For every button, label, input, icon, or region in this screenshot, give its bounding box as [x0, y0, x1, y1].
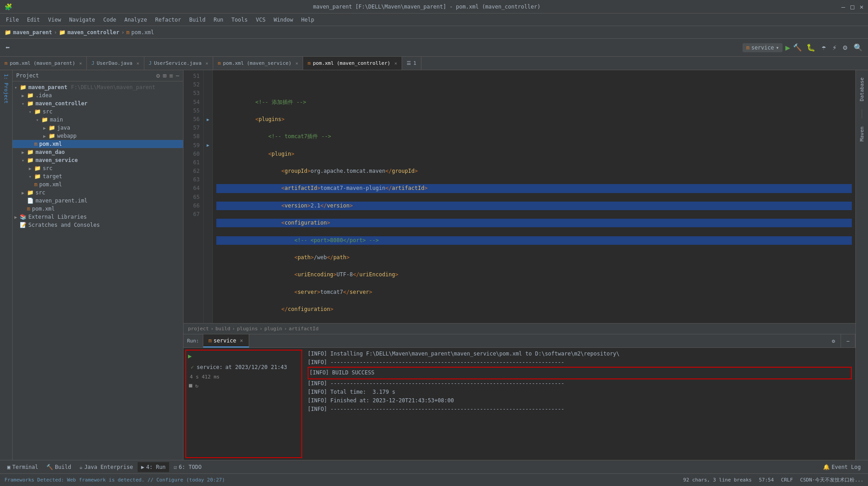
bottom-tab-settings[interactable]: ⚙: [827, 334, 841, 347]
line-59: <configuration>: [216, 219, 852, 227]
bottom-toolbar: ▣ Terminal 🔨 Build ☕ Java Enterprise ▶ 4…: [0, 460, 868, 473]
tree-icon-external-libs: 📚: [20, 214, 27, 220]
tab-close-pom-controller[interactable]: ✕: [394, 61, 397, 66]
breadcrumb-project-nav[interactable]: project: [188, 326, 209, 332]
tree-item-external-libs[interactable]: ▶ 📚 External Libraries: [13, 213, 183, 221]
menu-analyze[interactable]: Analyze: [121, 15, 151, 24]
tree-item-target[interactable]: ▾ 📁 target: [13, 172, 183, 180]
tree-item-idea[interactable]: ▶ 📁 .idea: [13, 91, 183, 99]
breadcrumb-plugins-nav[interactable]: plugins: [237, 326, 258, 332]
run-button[interactable]: ▶: [785, 43, 790, 52]
close-button[interactable]: ✕: [860, 3, 864, 10]
menu-vcs[interactable]: VCS: [252, 15, 269, 24]
minimize-button[interactable]: —: [841, 3, 845, 10]
sidebar-settings-icon[interactable]: ≡: [169, 72, 173, 79]
breadcrumb-sep-1: ›: [54, 29, 57, 36]
breadcrumb-file[interactable]: pom.xml: [131, 29, 154, 36]
search-button[interactable]: 🔍: [852, 41, 864, 54]
tree-item-controller[interactable]: ▾ 📁 maven_controller: [13, 99, 183, 108]
menu-help[interactable]: Help: [298, 15, 318, 24]
tab-userdao[interactable]: J UserDao.java ✕: [87, 57, 144, 70]
tree-label-controller: maven_controller: [36, 100, 88, 107]
settings-button[interactable]: ⚙: [841, 41, 849, 54]
gutter-fold-55[interactable]: ▶: [205, 115, 211, 124]
tree-item-src-top[interactable]: ▶ 📁 src: [13, 189, 183, 197]
event-log-tab[interactable]: 🔔 Event Log: [819, 462, 864, 472]
tree-item-java-dir[interactable]: ▶ 📁 java: [13, 124, 183, 132]
tree-item-pom-service[interactable]: m pom.xml: [13, 180, 183, 189]
breadcrumb-item-1[interactable]: 📁: [4, 29, 11, 36]
tab-close-pom-parent[interactable]: ✕: [79, 61, 82, 66]
menu-edit[interactable]: Edit: [23, 15, 44, 24]
terminal-tab[interactable]: ▣ Terminal: [4, 462, 42, 472]
tree-item-pom-root[interactable]: m pom.xml: [13, 205, 183, 213]
menu-window[interactable]: Window: [270, 15, 296, 24]
todo-tab[interactable]: ☑ 6: TODO: [170, 462, 205, 472]
tree-item-src2[interactable]: ▶ 📁 src: [13, 164, 183, 172]
tree-item-src1[interactable]: ▾ 📁 src: [13, 108, 183, 116]
tab-close-userservice[interactable]: ✕: [206, 61, 208, 66]
tree-item-main[interactable]: ▾ 📁 main: [13, 116, 183, 124]
run-rerun-icon[interactable]: ↻: [195, 382, 198, 389]
sidebar-minus-icon[interactable]: −: [176, 72, 179, 79]
tab-pom-controller[interactable]: m pom.xml (maven_controller) ✕: [303, 57, 402, 70]
line-52: <!-- 添加插件 -->: [216, 98, 852, 107]
bottom-tab-run-label[interactable]: Run:: [183, 334, 203, 347]
tree-item-scratches[interactable]: 📝 Scratches and Consoles: [13, 221, 183, 229]
run-tab-close[interactable]: ×: [240, 338, 243, 344]
run-item-label: service:: [197, 364, 223, 370]
gutter-fold-59[interactable]: ▶: [205, 141, 211, 150]
run-stop-icon[interactable]: ⏹: [188, 382, 193, 389]
tab-extra[interactable]: ☰ 1: [402, 57, 421, 70]
breadcrumb-artifactid-nav[interactable]: artifactId: [289, 326, 318, 332]
back-button[interactable]: ⬅: [4, 41, 12, 54]
right-sidebar-maven[interactable]: Maven: [858, 123, 866, 145]
code-editor[interactable]: 51 52 53 54 55 56 57 58 59 60 61 62 63 6…: [183, 70, 855, 323]
tree-item-root[interactable]: ▾ 📁 maven_parent F:\DELL\Maven\maven_par…: [13, 83, 183, 91]
tab-close-pom-service[interactable]: ✕: [295, 61, 298, 66]
run-tool-tab[interactable]: ▶ 4: Run: [138, 462, 170, 472]
run-play-icon[interactable]: ▶: [188, 352, 192, 360]
tree-item-dao[interactable]: ▶ 📁 maven_dao: [13, 148, 183, 156]
profile-button[interactable]: ⚡: [831, 41, 839, 54]
breadcrumb-folder-icon: 📁: [59, 29, 66, 36]
code-content[interactable]: <!-- 添加插件 --> <plugins> <!-- tomcat7插件 -…: [213, 70, 855, 323]
project-tool-icon[interactable]: 1: Project: [1, 72, 11, 105]
breadcrumb-module[interactable]: maven_controller: [67, 29, 120, 36]
tab-userservice[interactable]: J UserService.java ✕: [144, 57, 214, 70]
java-enterprise-tab[interactable]: ☕ Java Enterprise: [76, 462, 137, 472]
menu-run[interactable]: Run: [210, 15, 227, 24]
menu-refactor[interactable]: Refactor: [152, 15, 185, 24]
tree-item-service[interactable]: ▾ 📁 maven_service: [13, 156, 183, 164]
run-console[interactable]: [INFO] Installing F:\DELL\Maven\maven_pa…: [304, 348, 855, 460]
menu-tools[interactable]: Tools: [228, 15, 251, 24]
debug-button[interactable]: 🐛: [805, 41, 817, 54]
menu-view[interactable]: View: [45, 15, 65, 24]
build-tab[interactable]: 🔨 Build: [43, 462, 75, 472]
tree-item-webapp[interactable]: ▶ 📁 webapp: [13, 132, 183, 140]
build-button[interactable]: 🔨: [793, 43, 802, 52]
tab-pom-parent[interactable]: m pom.xml (maven_parent) ✕: [0, 57, 87, 70]
right-sidebar-database[interactable]: Database: [858, 74, 866, 105]
bottom-tab-minimize[interactable]: −: [841, 334, 855, 347]
run-config-selector[interactable]: m service ▾: [743, 43, 783, 52]
tree-item-pom-controller[interactable]: m pom.xml: [13, 140, 183, 148]
breadcrumb-project[interactable]: maven_parent: [13, 29, 52, 36]
breadcrumb-build-nav[interactable]: build: [215, 326, 230, 332]
menu-code[interactable]: Code: [100, 15, 120, 24]
tab-pom-service[interactable]: m pom.xml (maven_service) ✕: [213, 57, 303, 70]
tree-item-iml[interactable]: 📄 maven_parent.iml: [13, 197, 183, 205]
tree-arrow-target: ▾: [29, 174, 34, 179]
run-item-service[interactable]: ✓ service: at 2023/12/20 21:43: [186, 361, 301, 373]
menu-navigate[interactable]: Navigate: [66, 15, 99, 24]
breadcrumb-plugin-nav[interactable]: plugin: [264, 326, 282, 332]
menu-build[interactable]: Build: [186, 15, 209, 24]
tree-label-service: maven_service: [36, 157, 78, 163]
sidebar-layout-icon[interactable]: ⊞: [163, 72, 166, 79]
bottom-tab-run[interactable]: m service ×: [203, 334, 249, 347]
menu-file[interactable]: File: [2, 15, 22, 24]
sidebar-gear-icon[interactable]: ⚙: [156, 72, 160, 79]
coverage-button[interactable]: ☂: [820, 41, 828, 54]
tab-close-userdao[interactable]: ✕: [136, 61, 139, 66]
maximize-button[interactable]: □: [850, 3, 854, 10]
